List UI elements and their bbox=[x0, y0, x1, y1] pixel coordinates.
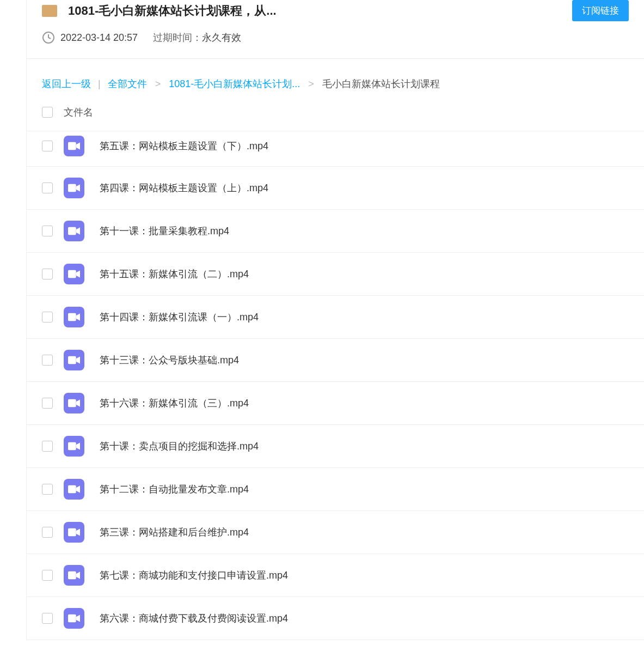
file-row: 第五课：网站模板主题设置（下）.mp4 bbox=[27, 131, 644, 167]
file-checkbox[interactable] bbox=[42, 269, 53, 279]
breadcrumb-all-files[interactable]: 全部文件 bbox=[108, 78, 147, 89]
folder-icon bbox=[42, 5, 57, 17]
video-file-icon bbox=[64, 393, 84, 413]
svg-rect-2 bbox=[68, 184, 76, 192]
file-checkbox[interactable] bbox=[42, 183, 53, 193]
file-name[interactable]: 第五课：网站模板主题设置（下）.mp4 bbox=[100, 139, 268, 153]
file-row: 第十六课：新媒体引流（三）.mp4 bbox=[27, 382, 644, 425]
breadcrumb-back[interactable]: 返回上一级 bbox=[42, 78, 91, 89]
file-name[interactable]: 第十二课：自动批量发布文章.mp4 bbox=[100, 483, 249, 496]
file-name[interactable]: 第六课：商城付费下载及付费阅读设置.mp4 bbox=[100, 612, 288, 625]
video-file-icon bbox=[64, 608, 84, 629]
svg-rect-6 bbox=[68, 356, 76, 364]
file-row: 第十四课：新媒体引流课（一）.mp4 bbox=[27, 296, 644, 339]
breadcrumb: 返回上一级 | 全部文件 > 1081-毛小白新媒体站长计划... > 毛小白新… bbox=[27, 59, 644, 106]
file-checkbox[interactable] bbox=[42, 312, 53, 323]
file-name[interactable]: 第十一课：批量采集教程.mp4 bbox=[100, 224, 229, 238]
file-checkbox[interactable] bbox=[42, 226, 53, 236]
video-file-icon bbox=[64, 264, 84, 284]
file-name[interactable]: 第十四课：新媒体引流课（一）.mp4 bbox=[100, 311, 259, 324]
breadcrumb-mid[interactable]: 1081-毛小白新媒体站长计划... bbox=[169, 78, 300, 89]
column-name: 文件名 bbox=[64, 106, 93, 119]
expiry-label: 过期时间： bbox=[153, 31, 202, 44]
subscribe-button[interactable]: 订阅链接 bbox=[572, 0, 629, 21]
file-row: 第十一课：批量采集教程.mp4 bbox=[27, 210, 644, 253]
file-row: 第七课：商城功能和支付接口申请设置.mp4 bbox=[27, 554, 644, 597]
video-file-icon bbox=[64, 522, 84, 543]
video-file-icon bbox=[64, 565, 84, 586]
file-name[interactable]: 第十课：卖点项目的挖掘和选择.mp4 bbox=[100, 440, 259, 453]
file-name[interactable]: 第十六课：新媒体引流（三）.mp4 bbox=[100, 397, 249, 410]
chevron-right-icon: > bbox=[308, 78, 314, 89]
svg-rect-11 bbox=[68, 571, 76, 580]
svg-rect-9 bbox=[68, 485, 76, 494]
svg-rect-1 bbox=[68, 142, 76, 150]
chevron-right-icon: > bbox=[155, 78, 161, 89]
timestamp: 2022-03-14 20:57 bbox=[60, 32, 138, 44]
breadcrumb-current: 毛小白新媒体站长计划课程 bbox=[322, 78, 440, 89]
clock-icon bbox=[42, 31, 55, 44]
file-row: 第四课：网站模板主题设置（上）.mp4 bbox=[27, 167, 644, 210]
video-file-icon bbox=[64, 221, 84, 241]
file-name[interactable]: 第三课：网站搭建和后台维护.mp4 bbox=[100, 526, 249, 539]
file-checkbox[interactable] bbox=[42, 355, 53, 366]
video-file-icon bbox=[64, 479, 84, 500]
file-row: 第十课：卖点项目的挖掘和选择.mp4 bbox=[27, 425, 644, 468]
file-name[interactable]: 第十三课：公众号版块基础.mp4 bbox=[100, 354, 239, 367]
video-file-icon bbox=[64, 436, 84, 457]
svg-rect-7 bbox=[68, 399, 76, 408]
svg-rect-10 bbox=[68, 528, 76, 537]
file-checkbox[interactable] bbox=[42, 141, 53, 151]
svg-rect-3 bbox=[68, 227, 76, 235]
file-checkbox[interactable] bbox=[42, 398, 53, 409]
svg-rect-4 bbox=[68, 270, 76, 278]
file-checkbox[interactable] bbox=[42, 613, 53, 624]
select-all-checkbox[interactable] bbox=[42, 107, 53, 118]
file-name[interactable]: 第四课：网站模板主题设置（上）.mp4 bbox=[100, 181, 268, 194]
file-row: 第六课：商城付费下载及付费阅读设置.mp4 bbox=[27, 597, 644, 640]
file-checkbox[interactable] bbox=[42, 441, 53, 452]
video-file-icon bbox=[64, 136, 84, 156]
file-checkbox[interactable] bbox=[42, 527, 53, 538]
file-checkbox[interactable] bbox=[42, 570, 53, 581]
file-name[interactable]: 第七课：商城功能和支付接口申请设置.mp4 bbox=[100, 569, 288, 582]
file-row: 第十三课：公众号版块基础.mp4 bbox=[27, 339, 644, 382]
video-file-icon bbox=[64, 350, 84, 370]
file-row: 第三课：网站搭建和后台维护.mp4 bbox=[27, 511, 644, 554]
file-name[interactable]: 第十五课：新媒体引流（二）.mp4 bbox=[100, 267, 249, 281]
page-title: 1081-毛小白新媒体站长计划课程，从... bbox=[68, 3, 561, 19]
file-row: 第十二课：自动批量发布文章.mp4 bbox=[27, 468, 644, 511]
expiry-value: 永久有效 bbox=[202, 31, 241, 44]
file-checkbox[interactable] bbox=[42, 484, 53, 495]
video-file-icon bbox=[64, 307, 84, 327]
svg-rect-5 bbox=[68, 313, 76, 321]
svg-rect-12 bbox=[68, 615, 76, 623]
svg-rect-8 bbox=[68, 442, 76, 451]
file-row: 第十五课：新媒体引流（二）.mp4 bbox=[27, 253, 644, 296]
breadcrumb-sep: | bbox=[98, 78, 101, 89]
video-file-icon bbox=[64, 178, 84, 198]
